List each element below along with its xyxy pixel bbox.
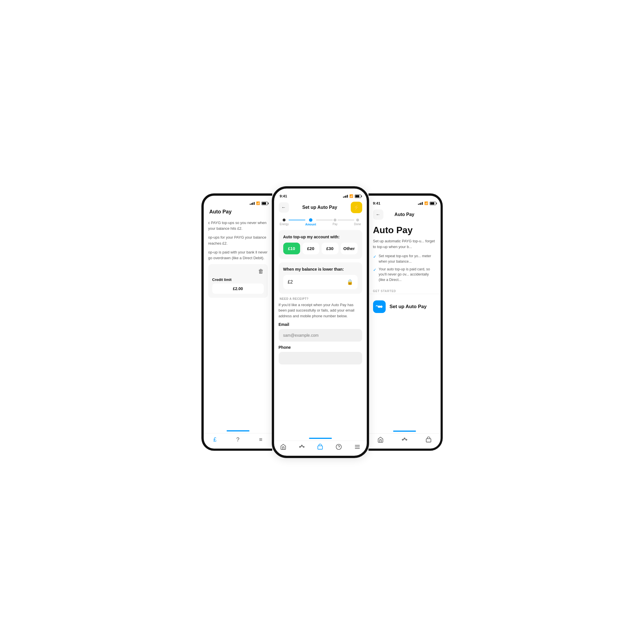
divider — [368, 294, 441, 294]
bottom-indicator — [227, 430, 249, 431]
step-energy: Energy — [280, 219, 289, 226]
status-time-center: 9:41 — [280, 194, 287, 198]
left-desc-1: c PAYG top-ups so you never when your ba… — [208, 220, 268, 232]
step-dot-amount — [309, 218, 312, 222]
step-label-done: Done — [354, 223, 361, 226]
email-field-label: Email — [279, 322, 362, 327]
svg-line-13 — [403, 439, 404, 440]
center-nav-title: Set up Auto Pay — [302, 205, 337, 210]
back-button-right[interactable]: ← — [373, 209, 383, 220]
svg-line-3 — [300, 446, 301, 447]
balance-value: £2 — [288, 280, 293, 285]
checklist-item-1: ✓ Set repeat top-ups for yo... meter whe… — [373, 253, 436, 264]
svg-point-1 — [301, 445, 302, 446]
svg-line-14 — [405, 439, 406, 439]
step-label-amount: Amount — [305, 223, 316, 226]
nav-pay-right[interactable] — [425, 437, 432, 443]
setup-btn-label: Set up Auto Pay — [390, 304, 427, 310]
step-dot-pay — [334, 219, 336, 221]
svg-point-10 — [402, 439, 403, 440]
nav-pay-center[interactable] — [317, 444, 323, 450]
svg-point-12 — [406, 439, 407, 440]
step-line-2 — [316, 220, 333, 220]
balance-input-row: £2 🔒 — [283, 275, 358, 289]
step-pay: Pay — [333, 219, 338, 226]
amount-30-button[interactable]: £30 — [322, 243, 338, 254]
step-label-pay: Pay — [333, 223, 338, 226]
right-description: Set up automatic PAYG top-u... forget to… — [368, 238, 441, 250]
progress-stepper: Energy Amount Pay Done — [274, 215, 367, 228]
svg-line-4 — [302, 446, 303, 447]
nav-icon-help[interactable]: ? — [236, 436, 239, 443]
step-done: Done — [354, 219, 361, 226]
svg-rect-5 — [318, 446, 323, 449]
nav-home-right[interactable] — [377, 437, 384, 443]
bottom-nav-left: £ ? ≡ — [204, 433, 272, 449]
svg-rect-15 — [426, 439, 431, 442]
bottom-nav-right — [368, 433, 441, 449]
svg-point-0 — [299, 446, 300, 447]
nav-icon-menu[interactable]: ≡ — [259, 436, 262, 443]
step-line-3 — [338, 220, 354, 220]
amount-other-button[interactable]: Other — [341, 243, 358, 254]
checklist-item-2: ✓ Your auto top-up is paid card, so you'… — [373, 267, 436, 283]
setup-auto-pay-button[interactable]: Set up Auto Pay — [368, 298, 441, 316]
email-input[interactable] — [279, 329, 362, 342]
phone-field-label: Phone — [279, 345, 362, 350]
step-line-1 — [289, 220, 305, 220]
nav-graph-right[interactable] — [401, 437, 408, 443]
bottom-indicator-right — [393, 431, 416, 432]
back-button-center[interactable]: ← — [279, 202, 289, 213]
right-page-title: Auto Pay — [368, 222, 441, 235]
lightning-action-button[interactable]: ⚡ — [351, 202, 362, 213]
right-checklist: ✓ Set repeat top-ups for yo... meter whe… — [368, 253, 441, 285]
receipt-section: NEED A RECEIPT? If you'd like a receipt … — [279, 297, 362, 368]
bottom-indicator-center — [309, 438, 332, 439]
topup-card-title: Auto top-up my account with: — [283, 235, 358, 239]
nav-icon-pound[interactable]: £ — [213, 436, 217, 443]
balance-card-title: When my balance is lower than: — [283, 267, 358, 272]
status-time-right: 9:41 — [373, 201, 381, 205]
phone-input[interactable] — [279, 352, 362, 364]
credit-limit-value: £2.00 — [212, 284, 264, 294]
topup-card: Auto top-up my account with: £10 £20 £30… — [279, 230, 362, 259]
amount-10-button[interactable]: £10 — [283, 243, 300, 254]
lightning-icon: ⚡ — [353, 204, 360, 211]
credit-limit-label: Credit limit — [212, 278, 232, 282]
step-label-energy: Energy — [280, 223, 289, 226]
balance-card: When my balance is lower than: £2 🔒 — [279, 262, 362, 294]
svg-point-2 — [303, 446, 304, 447]
amount-options: £10 £20 £30 Other — [283, 243, 358, 254]
right-nav-title: Auto Pay — [395, 212, 414, 217]
bottom-nav-center — [274, 441, 367, 456]
amount-20-button[interactable]: £20 — [302, 243, 319, 254]
step-dot-energy — [283, 219, 286, 221]
step-amount: Amount — [305, 218, 316, 226]
left-desc-3: op-up is paid with your bank ll never go… — [208, 249, 268, 261]
svg-point-11 — [404, 438, 405, 439]
lock-icon: 🔒 — [347, 279, 353, 285]
nav-help-center[interactable] — [336, 444, 342, 450]
get-started-label: GET STARTED — [368, 290, 441, 293]
left-desc-2: op-ups for your PAYG your balance reache… — [208, 235, 268, 247]
nav-home-center[interactable] — [280, 444, 286, 450]
credit-limit-card: 🗑 Credit limit £2.00 — [208, 264, 268, 298]
receipt-label: NEED A RECEIPT? — [279, 297, 362, 300]
delete-icon[interactable]: 🗑 — [258, 268, 264, 275]
check-icon-2: ✓ — [373, 267, 377, 273]
infinity-icon — [373, 300, 386, 313]
receipt-description: If you'd like a receipt when your Auto P… — [279, 302, 362, 319]
center-nav-header: ← Set up Auto Pay ⚡ — [274, 200, 367, 215]
left-page-title: Auto Pay — [208, 209, 268, 215]
step-dot-done — [356, 219, 359, 221]
right-nav-header: ← Auto Pay — [368, 207, 441, 222]
nav-menu-center[interactable] — [354, 444, 360, 450]
check-icon-1: ✓ — [373, 254, 377, 260]
nav-graph-center[interactable] — [299, 444, 305, 450]
